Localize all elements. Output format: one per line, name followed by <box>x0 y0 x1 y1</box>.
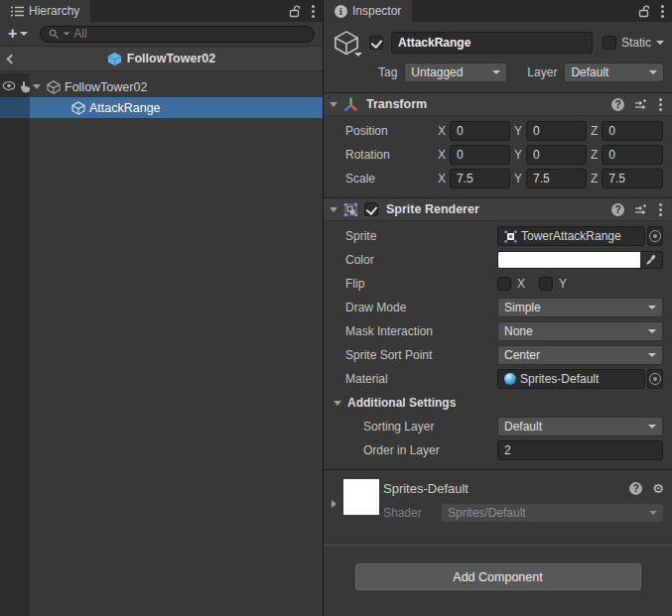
prefab-cube-icon <box>107 52 122 66</box>
rotation-x-input[interactable]: 0 <box>450 145 510 165</box>
active-checkbox[interactable] <box>369 36 383 50</box>
layer-dropdown[interactable]: Default <box>564 62 664 82</box>
mask-interaction-dropdown[interactable]: None <box>497 321 663 341</box>
chevron-down-icon <box>648 425 656 429</box>
static-dropdown-caret-icon[interactable] <box>656 41 664 45</box>
hierarchy-search-input[interactable]: All <box>40 26 315 43</box>
chevron-down-icon <box>648 306 656 309</box>
visibility-eye-icon[interactable] <box>2 80 16 91</box>
axis-x-label: X <box>438 148 446 162</box>
flip-y-label: Y <box>559 277 567 291</box>
pickability-hand-icon[interactable] <box>19 80 31 93</box>
scale-z-value: 7.5 <box>608 172 625 185</box>
kebab-menu-icon[interactable] <box>659 208 662 211</box>
expand-arrow-icon[interactable] <box>33 84 41 89</box>
back-arrow-icon[interactable] <box>7 55 17 64</box>
transform-title: Transform <box>366 97 605 111</box>
create-object-button[interactable]: + <box>6 26 30 42</box>
add-component-label: Add Component <box>453 570 542 584</box>
help-icon[interactable]: ? <box>611 98 624 111</box>
kebab-menu-icon[interactable] <box>661 10 664 13</box>
position-x-input[interactable]: 0 <box>450 121 510 141</box>
additional-settings-label: Additional Settings <box>347 396 456 410</box>
sprite-renderer-header[interactable]: Sprite Renderer ? <box>324 197 672 221</box>
presets-icon[interactable] <box>634 203 647 216</box>
foldout-arrow-icon[interactable] <box>330 102 337 107</box>
lock-icon[interactable] <box>638 5 650 18</box>
tag-dropdown[interactable]: Untagged <box>404 62 507 82</box>
sprite-sort-point-label: Sprite Sort Point <box>324 348 497 362</box>
lock-icon[interactable] <box>289 5 301 18</box>
rotation-label: Rotation <box>324 148 438 162</box>
object-picker-icon <box>649 373 661 385</box>
foldout-arrow-icon[interactable] <box>334 401 341 406</box>
shader-dropdown[interactable]: Sprites/Default <box>441 503 664 523</box>
gear-icon[interactable]: ⚙ <box>652 482 664 495</box>
inspector-tab[interactable]: i Inspector <box>324 0 412 22</box>
foldout-arrow-icon[interactable] <box>330 207 337 212</box>
name-input[interactable]: AttackRange <box>391 32 593 54</box>
hierarchy-tab[interactable]: Hierarchy <box>0 0 90 22</box>
color-label: Color <box>324 253 497 267</box>
draw-mode-label: Draw Mode <box>324 301 497 314</box>
material-sphere-icon <box>504 373 516 385</box>
draw-mode-value: Simple <box>504 301 541 314</box>
material-thumbnail[interactable] <box>343 479 379 515</box>
position-z-input[interactable]: 0 <box>602 121 663 141</box>
material-row: Material Sprites-Default <box>324 369 663 389</box>
sprite-row: Sprite TowerAttackRange <box>324 226 663 246</box>
scale-row: Scale X7.5 Y7.5 Z7.5 <box>324 169 663 188</box>
gameobject-icon-button[interactable] <box>330 29 363 57</box>
tree-item-label: AttackRange <box>89 101 161 115</box>
sprite-label: Sprite <box>324 229 497 243</box>
sprite-renderer-body: Sprite TowerAttackRange <box>324 221 672 469</box>
sprite-renderer-title: Sprite Renderer <box>386 202 605 216</box>
rotation-y-value: 0 <box>533 148 540 162</box>
eyedropper-button[interactable] <box>640 252 662 268</box>
color-row: Color <box>324 250 663 270</box>
help-icon[interactable]: ? <box>611 203 624 216</box>
transform-header[interactable]: Transform ? <box>324 92 672 116</box>
flip-x-checkbox[interactable] <box>497 277 511 291</box>
scale-y-input[interactable]: 7.5 <box>526 169 587 188</box>
layer-label: Layer <box>527 65 557 79</box>
kebab-menu-icon[interactable] <box>312 10 315 13</box>
selection-gutter-shade <box>0 97 30 118</box>
sprite-object-field[interactable]: TowerAttackRange <box>497 226 645 246</box>
position-row: Position X0 Y0 Z0 <box>324 121 663 141</box>
scale-z-input[interactable]: 7.5 <box>602 169 663 188</box>
section-divider <box>324 545 672 546</box>
axis-z-label: Z <box>591 172 598 185</box>
help-icon[interactable]: ? <box>629 482 642 495</box>
draw-mode-dropdown[interactable]: Simple <box>497 298 663 317</box>
search-placeholder: All <box>73 27 86 41</box>
sprite-picker-button[interactable] <box>647 226 663 246</box>
order-in-layer-input[interactable]: 2 <box>497 440 663 460</box>
tree-row-followtower02[interactable]: FollowTower02 <box>0 76 323 97</box>
scale-x-input[interactable]: 7.5 <box>450 169 510 188</box>
sorting-layer-value: Default <box>504 420 542 433</box>
color-field[interactable] <box>497 251 663 269</box>
component-enabled-checkbox[interactable] <box>364 202 378 216</box>
additional-settings-row[interactable]: Additional Settings <box>334 393 663 413</box>
add-component-button[interactable]: Add Component <box>355 563 641 590</box>
sorting-layer-dropdown[interactable]: Default <box>497 417 663 436</box>
material-label: Material <box>324 372 497 386</box>
position-y-input[interactable]: 0 <box>526 121 587 141</box>
hierarchy-tab-label: Hierarchy <box>29 4 79 18</box>
material-object-field[interactable]: Sprites-Default <box>497 369 645 389</box>
static-checkbox[interactable] <box>603 36 616 50</box>
tree-row-attackrange[interactable]: AttackRange <box>0 97 323 118</box>
sprite-sort-point-dropdown[interactable]: Center <box>497 345 663 365</box>
foldout-arrow-icon[interactable] <box>332 500 336 508</box>
kebab-menu-icon[interactable] <box>659 103 662 106</box>
rotation-y-input[interactable]: 0 <box>526 145 587 165</box>
position-y-value: 0 <box>533 124 540 138</box>
material-picker-button[interactable] <box>647 369 663 389</box>
flip-y-checkbox[interactable] <box>539 277 553 291</box>
static-control[interactable]: Static <box>603 36 664 50</box>
color-swatch[interactable] <box>498 252 640 268</box>
presets-icon[interactable] <box>634 98 647 111</box>
flip-row: Flip X Y <box>324 274 663 294</box>
rotation-z-input[interactable]: 0 <box>602 145 663 165</box>
